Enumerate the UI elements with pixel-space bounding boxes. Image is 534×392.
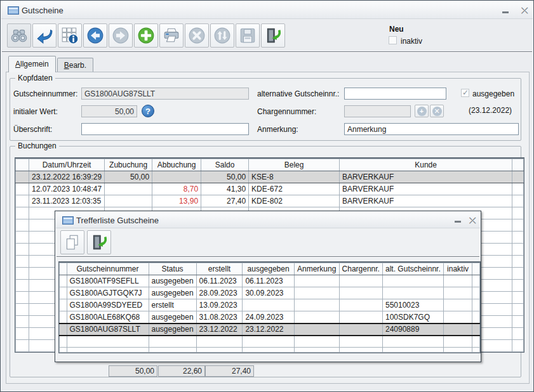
row-selector[interactable]: [16, 244, 29, 256]
help-button[interactable]: ?: [142, 105, 154, 117]
cell-abbuchung[interactable]: 8,70: [152, 183, 201, 195]
cell-alt_nr[interactable]: [382, 287, 443, 299]
cell-status[interactable]: erstellt: [149, 299, 196, 311]
add-button[interactable]: [134, 23, 158, 48]
inaktiv-checkbox[interactable]: [389, 36, 397, 44]
table-row[interactable]: 12.07.2023 10:48:478,7041,30KDE-672BARVE…: [16, 183, 524, 195]
row-selector[interactable]: [60, 348, 67, 353]
cell-nummer[interactable]: GS1800A99SDYEED: [67, 299, 149, 311]
row-selector[interactable]: [16, 219, 29, 232]
row-selector[interactable]: [512, 195, 524, 207]
chargennummer-field[interactable]: [344, 105, 411, 117]
row-selector[interactable]: [16, 268, 29, 280]
chargennummer-clear-button[interactable]: ✕: [430, 105, 444, 117]
close-icon[interactable]: ⤫: [521, 6, 528, 15]
cell-status[interactable]: ausgegeben: [149, 323, 196, 336]
cell-empty[interactable]: [294, 336, 339, 348]
row-selector[interactable]: [16, 232, 29, 244]
alternative-gutscheinnr-field[interactable]: [344, 88, 446, 100]
tab-bearb[interactable]: Bearb.: [57, 58, 93, 72]
row-selector[interactable]: [60, 299, 67, 311]
row-selector[interactable]: [60, 336, 67, 348]
cell-nummer[interactable]: GS1800AGJTGQK7J: [67, 287, 149, 299]
table-row[interactable]: GS1800ALE68KQ68ausgegeben31.08.202324.09…: [60, 311, 480, 323]
row-selector[interactable]: [16, 207, 29, 219]
row-selector[interactable]: [512, 328, 524, 340]
table-row[interactable]: GS1800ATF9SEFLLausgegeben06.11.202306.11…: [60, 275, 480, 287]
cell-anmerkung[interactable]: [294, 323, 339, 336]
cell-saldo[interactable]: 50,00: [201, 171, 249, 183]
cell-kunde[interactable]: BARVERKAUF: [340, 195, 512, 207]
forward-button[interactable]: [109, 23, 133, 48]
column-header[interactable]: Kunde: [340, 159, 512, 171]
row-selector[interactable]: [16, 195, 29, 207]
row-selector[interactable]: [60, 311, 67, 323]
row-selector[interactable]: [16, 340, 29, 352]
cell-ausgegeben[interactable]: 06.11.2023: [243, 275, 294, 287]
cell-empty[interactable]: [196, 348, 243, 353]
cell-empty[interactable]: [243, 336, 294, 348]
cell-ausgegeben[interactable]: [243, 299, 294, 311]
column-header[interactable]: Abbuchung: [152, 159, 201, 171]
column-header[interactable]: Zubuchung: [105, 159, 152, 171]
row-selector[interactable]: [16, 256, 29, 268]
cell-chargennr[interactable]: [339, 287, 382, 299]
cell-nummer[interactable]: GS1800ATF9SEFLL: [67, 275, 149, 287]
cell-datum[interactable]: 12.07.2023 10:48:47: [29, 183, 105, 195]
column-header[interactable]: alt. Gutscheinnr.: [382, 263, 443, 275]
cell-saldo[interactable]: 27,40: [201, 195, 249, 207]
row-selector[interactable]: [512, 232, 524, 244]
cell-empty[interactable]: [443, 336, 472, 348]
cell-anmerkung[interactable]: [294, 311, 339, 323]
cell-chargennr[interactable]: [339, 323, 382, 336]
cell-abbuchung[interactable]: [152, 171, 201, 183]
cell-status[interactable]: ausgegeben: [149, 275, 196, 287]
row-selector[interactable]: [472, 299, 480, 311]
minimize-icon[interactable]: [502, 11, 509, 13]
column-header[interactable]: Datum/Uhrzeit: [29, 159, 105, 171]
cell-empty[interactable]: [196, 336, 243, 348]
cell-alt_nr[interactable]: 55010023: [382, 299, 443, 311]
cell-empty[interactable]: [243, 348, 294, 353]
cell-kunde[interactable]: BARVERKAUF: [340, 171, 512, 183]
row-selector[interactable]: [512, 280, 524, 292]
row-selector[interactable]: [16, 171, 29, 183]
row-selector[interactable]: [472, 323, 480, 336]
cell-datum[interactable]: 23.12.2022 16:39:29: [29, 171, 105, 183]
row-selector[interactable]: [16, 292, 29, 304]
empty-row[interactable]: [60, 348, 480, 353]
cell-alt_nr[interactable]: 100SDK7GQ: [382, 311, 443, 323]
cell-empty[interactable]: [149, 348, 196, 353]
cell-erstellt[interactable]: 23.12.2022: [196, 323, 243, 336]
cell-kunde[interactable]: BARVERKAUF: [340, 183, 512, 195]
column-header[interactable]: inaktiv: [443, 263, 472, 275]
cell-ausgegeben[interactable]: 23.12.2022: [243, 323, 294, 336]
cancel-button[interactable]: [185, 23, 209, 48]
row-selector[interactable]: [512, 340, 524, 352]
row-selector[interactable]: [512, 268, 524, 280]
cell-beleg[interactable]: KSE-8: [249, 171, 340, 183]
row-selector[interactable]: [472, 311, 480, 323]
table-row[interactable]: GS1800A99SDYEEDerstellt13.09.20235501002…: [60, 299, 480, 311]
row-selector[interactable]: [512, 304, 524, 316]
cell-chargennr[interactable]: [339, 299, 382, 311]
table-row[interactable]: 23.11.2023 12:03:3513,9027,40KDE-802BARV…: [16, 195, 524, 207]
row-selector[interactable]: [512, 292, 524, 304]
row-selector[interactable]: [60, 275, 67, 287]
row-selector[interactable]: [512, 244, 524, 256]
column-header[interactable]: Saldo: [201, 159, 249, 171]
table-row[interactable]: 23.12.2022 16:39:2950,0050,00KSE-8BARVER…: [16, 171, 524, 183]
cell-chargennr[interactable]: [339, 275, 382, 287]
empty-row[interactable]: [60, 336, 480, 348]
transfer-button[interactable]: [210, 23, 234, 48]
row-selector[interactable]: [16, 304, 29, 316]
column-header[interactable]: Status: [149, 263, 196, 275]
cell-inaktiv[interactable]: [443, 299, 472, 311]
anmerkung-field[interactable]: [344, 123, 519, 135]
cell-empty[interactable]: [67, 336, 149, 348]
row-selector[interactable]: [472, 336, 480, 348]
cell-inaktiv[interactable]: [443, 287, 472, 299]
cell-zubuchung[interactable]: [105, 183, 152, 195]
cell-inaktiv[interactable]: [443, 323, 472, 336]
cell-beleg[interactable]: KDE-672: [249, 183, 340, 195]
